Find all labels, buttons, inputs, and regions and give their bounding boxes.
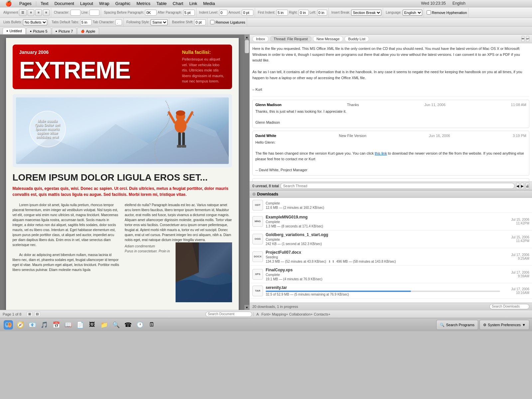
tab-char-input[interactable]	[115, 19, 122, 25]
baseline-shift-input[interactable]	[194, 19, 206, 25]
system-prefs-btn[interactable]: ⚙ System Preferences ▼	[479, 320, 529, 330]
left-input[interactable]	[317, 10, 327, 16]
dock-mail[interactable]: 📧	[27, 319, 38, 331]
dl-name-docx: ProjectFull07.docx	[266, 250, 500, 255]
email-messages[interactable]: Here is the file you requested. This MS …	[250, 43, 532, 182]
reply-2-date: Jun 16, 2006	[429, 134, 450, 138]
menu-link[interactable]: Link	[187, 0, 200, 7]
language-select[interactable]: English	[403, 10, 422, 16]
dock-finder[interactable]	[3, 319, 14, 331]
thread-print-btn[interactable]: 🖨	[525, 183, 529, 189]
dock-safari[interactable]: 🧭	[15, 319, 26, 331]
email-link[interactable]: this link	[375, 151, 387, 155]
dock-calendar[interactable]: 🗓	[146, 319, 158, 331]
svg-line-9	[187, 112, 192, 122]
body-text-3: Ac dolor ac adipiscing amet bibendum nul…	[13, 252, 120, 272]
dock-addressbook[interactable]: 📖	[63, 319, 74, 331]
toolbar-row2: Lists Bullets: No Bullets Tabs Default T…	[0, 18, 532, 27]
dock-clock[interactable]: 🕐	[134, 319, 146, 331]
menu-chart[interactable]: Chart	[170, 0, 186, 7]
bullets-select[interactable]: No Bullets	[23, 19, 47, 25]
scroll-up-arrow[interactable]: ▲	[244, 35, 249, 40]
align-justify-btn[interactable]: ≡	[43, 9, 50, 16]
downloads-title: Downloads	[257, 192, 278, 197]
tab-untitled[interactable]: ● Untitled	[3, 28, 26, 34]
menu-layout[interactable]: Layout	[77, 0, 96, 7]
email-reply-btn[interactable]: ↩	[526, 36, 529, 42]
after-para-input[interactable]	[183, 10, 195, 16]
dock-ical[interactable]: 📅	[51, 319, 62, 331]
dock-folder[interactable]: 📁	[98, 319, 110, 331]
search-doc-input[interactable]	[205, 312, 252, 317]
menu-table[interactable]: Table	[154, 0, 169, 7]
scroll-down-arrow[interactable]: ▼	[244, 305, 249, 310]
right-input[interactable]	[299, 10, 309, 16]
thread-next-btn[interactable]: ▶	[521, 183, 524, 189]
align-left-btn[interactable]: ☰	[19, 9, 27, 16]
following-style-select[interactable]: Same	[151, 19, 168, 25]
toolbar-margins: First Indent: Right: Left:	[256, 8, 329, 17]
dock-itunes[interactable]: 🎵	[39, 319, 50, 331]
doc-scrollbar[interactable]: ▲ ▼	[244, 35, 249, 310]
insert-break-select[interactable]: Section Break	[351, 10, 381, 16]
default-tabs-input[interactable]	[80, 19, 92, 25]
tab-buddy-list[interactable]: Buddy List	[344, 36, 369, 42]
tab-new-message[interactable]: New Message	[313, 36, 343, 42]
tab-picture7[interactable]: ● Picture 7	[52, 28, 77, 34]
toolbar-row1: Alignment ☰ ≡ ≡ ≡ Character: Line: Spaci…	[0, 7, 532, 18]
menu-wrap[interactable]: Wrap	[96, 0, 112, 7]
email-compose-btn[interactable]: ✏	[521, 36, 525, 42]
thread-prev-btn[interactable]: ◀	[516, 183, 519, 189]
align-right-btn[interactable]: ≡	[35, 9, 42, 16]
align-center-btn[interactable]: ≡	[28, 9, 34, 16]
remove-hyphen-checkbox[interactable]	[427, 10, 431, 15]
downloads-list[interactable]: ODT Complete 12.6 MB — (2 minutes at 160…	[250, 198, 532, 303]
scroll-thumb[interactable]	[245, 40, 249, 53]
red-banner: January 2006 EXTREME Nulla facilisi: Pel…	[13, 45, 232, 89]
dock-right: 🔍 Search Programs ⚙ System Preferences ▼	[436, 320, 529, 330]
email-reply-2: David White New File Version Jun 16, 200…	[252, 131, 529, 176]
document-area[interactable]: January 2006 EXTREME Nulla facilisi: Pel…	[0, 35, 244, 310]
line-input[interactable]	[89, 10, 99, 16]
search-programs-btn[interactable]: 🔍 Search Programs	[436, 320, 478, 330]
apple-menu[interactable]: 🍎	[3, 0, 15, 7]
dock-search[interactable]: 🔍	[110, 319, 122, 331]
bullets-inner-label: Bullets:	[11, 20, 22, 24]
menu-pages[interactable]: Pages	[17, 0, 34, 7]
menu-graphic[interactable]: Graphic	[113, 0, 133, 7]
dock-preview[interactable]: 🖼	[86, 319, 98, 331]
before-para-label: Before Paragraph:	[117, 11, 144, 14]
amount-input[interactable]	[242, 10, 253, 16]
main-headline: LOREM IPSUM DOLOR LIGULA EROS SET...	[13, 172, 232, 183]
remove-ligatures-checkbox[interactable]	[210, 20, 214, 24]
menu-media[interactable]: Media	[200, 0, 217, 7]
menu-metrics[interactable]: Metrics	[134, 0, 153, 7]
email-reply-2-header: David White New File Version Jun 16, 200…	[255, 134, 526, 138]
menu-text[interactable]: Text	[38, 0, 51, 7]
circle-label: Male suada Quis Dolor set Ipsum mauris s…	[29, 111, 66, 147]
dock-phone[interactable]: ☎	[122, 319, 134, 331]
svg-rect-7	[182, 132, 185, 146]
dock-pages[interactable]: 📄	[74, 319, 86, 331]
view-btn-2[interactable]: ⊟	[34, 312, 40, 317]
tab-char-label: Tab Character:	[93, 20, 115, 24]
tab-inbox[interactable]: Inbox	[252, 36, 269, 42]
download-item-ogg: OGG Goldberg_variations_1_start.ogg Comp…	[250, 230, 532, 248]
before-para-input[interactable]	[145, 10, 157, 16]
tab-thread[interactable]: Thread: File Request	[270, 36, 312, 42]
thread-search-input[interactable]	[280, 183, 515, 189]
reply-2-time: 3:19 PM	[513, 134, 526, 138]
toolbar-hyphen: Remove Hyphenation	[425, 8, 469, 17]
character-input[interactable]	[70, 10, 80, 16]
view-btn[interactable]: ⊞	[27, 312, 33, 317]
menu-document[interactable]: Document	[52, 0, 77, 7]
email-sig-kurt: – Kurt	[252, 87, 529, 93]
reply-1-sender: Glenn Madison	[255, 103, 282, 107]
downloads-search-input[interactable]	[489, 304, 529, 309]
first-indent-input[interactable]	[276, 10, 288, 16]
email-reply-1: Glenn Madison Thanks Jun 11, 2006 11:08 …	[252, 100, 529, 128]
tab-picture5[interactable]: ● Picture 5	[26, 28, 51, 34]
indent-input[interactable]	[219, 10, 227, 16]
tab-apple[interactable]: 🍎 Apple	[77, 28, 99, 34]
right-statusbar: A Font+ Mapping+ Collaboration+ Contacts…	[253, 312, 529, 316]
